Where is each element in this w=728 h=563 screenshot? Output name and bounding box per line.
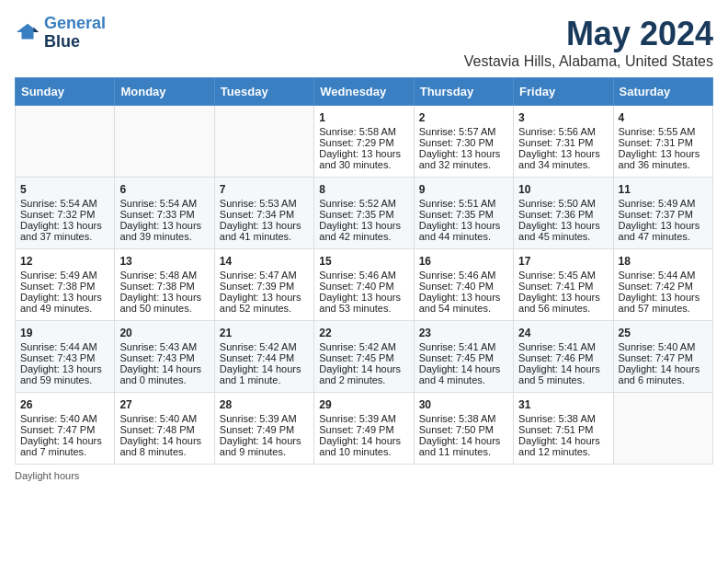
day-number: 16 bbox=[419, 255, 508, 268]
logo: GeneralBlue bbox=[15, 15, 106, 52]
day-number: 26 bbox=[20, 398, 109, 411]
calendar-cell bbox=[16, 106, 115, 178]
daylight-text: Daylight: 13 hours and 59 minutes. bbox=[20, 363, 102, 385]
daylight-text: Daylight: 14 hours and 10 minutes. bbox=[319, 435, 401, 457]
sunrise-text: Sunrise: 5:50 AM bbox=[518, 198, 596, 209]
daylight-text: Daylight: 13 hours and 50 minutes. bbox=[119, 292, 201, 314]
calendar-cell: 17Sunrise: 5:45 AMSunset: 7:41 PMDayligh… bbox=[514, 249, 613, 321]
day-number: 29 bbox=[319, 398, 408, 411]
calendar-week-row: 1Sunrise: 5:58 AMSunset: 7:29 PMDaylight… bbox=[16, 106, 713, 178]
day-number: 21 bbox=[220, 327, 309, 339]
day-number: 15 bbox=[319, 255, 408, 268]
daylight-text: Daylight: 13 hours and 37 minutes. bbox=[20, 220, 102, 242]
sunset-text: Sunset: 7:35 PM bbox=[319, 209, 393, 220]
sunset-text: Sunset: 7:41 PM bbox=[518, 281, 593, 292]
sunrise-text: Sunrise: 5:55 AM bbox=[619, 126, 696, 137]
sunset-text: Sunset: 7:43 PM bbox=[119, 352, 194, 363]
sunrise-text: Sunrise: 5:58 AM bbox=[319, 126, 396, 137]
logo-text: GeneralBlue bbox=[44, 15, 106, 52]
daylight-text: Daylight: 13 hours and 42 minutes. bbox=[319, 220, 401, 242]
daylight-text: Daylight: 13 hours and 56 minutes. bbox=[518, 292, 600, 314]
day-number: 24 bbox=[518, 327, 608, 339]
sunrise-text: Sunrise: 5:49 AM bbox=[20, 270, 97, 281]
day-number: 10 bbox=[518, 183, 608, 196]
sunset-text: Sunset: 7:43 PM bbox=[20, 352, 95, 363]
sunrise-text: Sunrise: 5:46 AM bbox=[319, 270, 396, 281]
sunset-text: Sunset: 7:42 PM bbox=[619, 281, 693, 292]
daylight-text: Daylight: 14 hours and 6 minutes. bbox=[619, 363, 700, 385]
calendar-cell: 6Sunrise: 5:54 AMSunset: 7:33 PMDaylight… bbox=[115, 178, 214, 249]
calendar-day-header: Sunday bbox=[16, 78, 115, 106]
page-header: GeneralBlue May 2024 Vestavia Hills, Ala… bbox=[15, 15, 713, 70]
day-number: 18 bbox=[619, 255, 708, 268]
calendar-cell: 25Sunrise: 5:40 AMSunset: 7:47 PMDayligh… bbox=[613, 321, 712, 393]
footer-note: Daylight hours bbox=[15, 470, 713, 481]
day-number: 9 bbox=[419, 183, 508, 196]
daylight-text: Daylight: 14 hours and 4 minutes. bbox=[419, 363, 501, 385]
daylight-text: Daylight: 13 hours and 44 minutes. bbox=[419, 220, 501, 242]
day-number: 8 bbox=[319, 183, 408, 196]
day-number: 23 bbox=[419, 327, 508, 339]
day-number: 1 bbox=[319, 111, 408, 124]
sunset-text: Sunset: 7:40 PM bbox=[419, 281, 494, 292]
sunset-text: Sunset: 7:49 PM bbox=[220, 424, 294, 435]
calendar-week-row: 26Sunrise: 5:40 AMSunset: 7:47 PMDayligh… bbox=[16, 393, 713, 465]
calendar-week-row: 12Sunrise: 5:49 AMSunset: 7:38 PMDayligh… bbox=[16, 249, 713, 321]
sunset-text: Sunset: 7:45 PM bbox=[419, 352, 494, 363]
calendar-cell bbox=[115, 106, 214, 178]
calendar-body: 1Sunrise: 5:58 AMSunset: 7:29 PMDaylight… bbox=[16, 106, 713, 465]
sunrise-text: Sunrise: 5:41 AM bbox=[419, 341, 496, 352]
sunrise-text: Sunrise: 5:47 AM bbox=[220, 270, 297, 281]
day-number: 4 bbox=[619, 111, 708, 124]
sunset-text: Sunset: 7:33 PM bbox=[119, 209, 194, 220]
calendar-day-header: Monday bbox=[115, 78, 214, 106]
daylight-text: Daylight: 14 hours and 9 minutes. bbox=[220, 435, 301, 457]
sunset-text: Sunset: 7:49 PM bbox=[319, 424, 393, 435]
day-number: 6 bbox=[119, 183, 209, 196]
sunset-text: Sunset: 7:34 PM bbox=[220, 209, 294, 220]
sunset-text: Sunset: 7:51 PM bbox=[518, 424, 593, 435]
daylight-text: Daylight: 13 hours and 36 minutes. bbox=[619, 148, 700, 170]
sunrise-text: Sunrise: 5:57 AM bbox=[419, 126, 496, 137]
calendar-cell: 31Sunrise: 5:38 AMSunset: 7:51 PMDayligh… bbox=[514, 393, 613, 465]
calendar-week-row: 5Sunrise: 5:54 AMSunset: 7:32 PMDaylight… bbox=[16, 178, 713, 249]
calendar-week-row: 19Sunrise: 5:44 AMSunset: 7:43 PMDayligh… bbox=[16, 321, 713, 393]
sunrise-text: Sunrise: 5:54 AM bbox=[119, 198, 197, 209]
day-number: 17 bbox=[518, 255, 608, 268]
day-number: 2 bbox=[419, 111, 508, 124]
calendar-cell: 8Sunrise: 5:52 AMSunset: 7:35 PMDaylight… bbox=[314, 178, 414, 249]
daylight-text: Daylight: 14 hours and 0 minutes. bbox=[119, 363, 201, 385]
calendar-cell: 1Sunrise: 5:58 AMSunset: 7:29 PMDaylight… bbox=[314, 106, 414, 178]
calendar-cell: 23Sunrise: 5:41 AMSunset: 7:45 PMDayligh… bbox=[414, 321, 513, 393]
daylight-text: Daylight: 13 hours and 41 minutes. bbox=[220, 220, 301, 242]
day-number: 28 bbox=[220, 398, 309, 411]
sunrise-text: Sunrise: 5:39 AM bbox=[319, 413, 396, 424]
sunrise-text: Sunrise: 5:41 AM bbox=[518, 341, 596, 352]
calendar-cell: 27Sunrise: 5:40 AMSunset: 7:48 PMDayligh… bbox=[115, 393, 214, 465]
sunrise-text: Sunrise: 5:39 AM bbox=[220, 413, 297, 424]
sunrise-text: Sunrise: 5:40 AM bbox=[619, 341, 696, 352]
sunrise-text: Sunrise: 5:44 AM bbox=[619, 270, 696, 281]
sunrise-text: Sunrise: 5:44 AM bbox=[20, 341, 97, 352]
sunrise-text: Sunrise: 5:42 AM bbox=[319, 341, 396, 352]
day-number: 31 bbox=[518, 398, 608, 411]
sunset-text: Sunset: 7:36 PM bbox=[518, 209, 593, 220]
day-number: 13 bbox=[119, 255, 209, 268]
sunset-text: Sunset: 7:47 PM bbox=[619, 352, 693, 363]
sunrise-text: Sunrise: 5:38 AM bbox=[419, 413, 496, 424]
daylight-text: Daylight: 13 hours and 53 minutes. bbox=[319, 292, 401, 314]
calendar-day-header: Saturday bbox=[613, 78, 712, 106]
daylight-text: Daylight: 14 hours and 11 minutes. bbox=[419, 435, 501, 457]
day-number: 25 bbox=[619, 327, 708, 339]
daylight-text: Daylight: 13 hours and 52 minutes. bbox=[220, 292, 301, 314]
title-area: May 2024 Vestavia Hills, Alabama, United… bbox=[464, 15, 713, 70]
calendar-cell: 11Sunrise: 5:49 AMSunset: 7:37 PMDayligh… bbox=[613, 178, 712, 249]
sunset-text: Sunset: 7:46 PM bbox=[518, 352, 593, 363]
day-number: 3 bbox=[518, 111, 608, 124]
daylight-text: Daylight: 14 hours and 7 minutes. bbox=[20, 435, 102, 457]
svg-marker-1 bbox=[34, 27, 40, 32]
sunset-text: Sunset: 7:50 PM bbox=[419, 424, 494, 435]
calendar-header-row: SundayMondayTuesdayWednesdayThursdayFrid… bbox=[16, 78, 713, 106]
sunrise-text: Sunrise: 5:38 AM bbox=[518, 413, 596, 424]
daylight-text: Daylight: 13 hours and 57 minutes. bbox=[619, 292, 700, 314]
